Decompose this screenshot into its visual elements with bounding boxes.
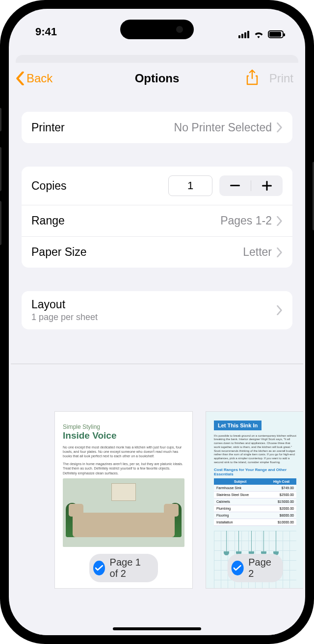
back-label: Back [26, 72, 52, 85]
layout-group: Layout 1 page per sheet [22, 291, 292, 329]
paper-size-value: Letter [243, 246, 272, 259]
page2-pill[interactable]: Page 2 [228, 554, 283, 582]
status-indicators [238, 30, 284, 38]
layout-subtitle: 1 page per sheet [31, 312, 98, 322]
plus-icon [262, 181, 272, 191]
range-row[interactable]: Range Pages 1-2 [22, 205, 292, 236]
doc2-cost-table: Subject High Cost Farmhouse Sink$749.00 … [214, 478, 296, 526]
volume-down [0, 201, 1, 245]
doc1-para2: The designs in home magazines aren't lie… [63, 462, 184, 475]
svg-rect-2 [262, 185, 272, 187]
doc1-title: Inside Voice [63, 430, 184, 441]
printer-label: Printer [31, 121, 65, 134]
cellular-icon [238, 30, 249, 38]
dynamic-island [120, 20, 194, 39]
chevron-right-icon [277, 216, 283, 226]
options-content: Printer No Printer Selected Copies 1 [11, 94, 303, 329]
preview-page-1[interactable]: Simple Styling Inside Voice No one excep… [55, 412, 192, 588]
tbl-h-cost: High Cost [266, 478, 296, 485]
page1-selected-check[interactable] [93, 561, 105, 575]
range-label: Range [31, 214, 65, 227]
copies-stepper [219, 175, 283, 196]
paper-size-label: Paper Size [31, 246, 87, 259]
chevron-right-icon [277, 123, 283, 132]
wifi-icon [253, 30, 264, 38]
table-row: Cabinets$15000.00 [214, 498, 296, 505]
back-button[interactable]: Back [16, 72, 52, 85]
copies-field[interactable]: 1 [168, 175, 212, 196]
checkmark-icon [234, 565, 241, 571]
volume-up [0, 147, 1, 191]
checkmark-icon [95, 565, 103, 571]
paper-size-row[interactable]: Paper Size Letter [22, 236, 292, 268]
print-options-sheet: Back Options Print P [11, 63, 303, 635]
copies-decrement[interactable] [219, 185, 251, 187]
page2-selected-check[interactable] [232, 561, 244, 575]
chevron-right-icon [277, 305, 283, 315]
doc1-hero-image [63, 478, 184, 547]
copies-label: Copies [31, 179, 67, 193]
doc1-para1: No one except the most dedicated monk ha… [63, 445, 184, 459]
nav-bar: Back Options Print [11, 63, 303, 94]
share-button[interactable] [246, 70, 259, 87]
table-row: Flooring$8000.00 [214, 512, 296, 519]
table-row: Farmhouse Sink$749.00 [214, 485, 296, 492]
layout-row[interactable]: Layout 1 page per sheet [22, 291, 292, 329]
volume-switch [0, 108, 1, 131]
table-row: Plumbing$2000.00 [214, 505, 296, 512]
home-indicator[interactable] [113, 627, 201, 630]
page1-pill[interactable]: Page 1 of 2 [89, 554, 158, 582]
chevron-right-icon [277, 248, 283, 257]
copies-row: Copies 1 [22, 167, 292, 205]
tbl-h-subject: Subject [214, 478, 266, 485]
range-value: Pages 1-2 [220, 214, 272, 227]
phone-frame: 9:41 Back Options [0, 0, 314, 644]
clock: 9:41 [35, 25, 57, 38]
table-row: Stainless Steel Stove$2500.00 [214, 491, 296, 498]
page1-pill-label: Page 1 of 2 [110, 557, 149, 579]
page-preview-strip[interactable]: Simple Styling Inside Voice No one excep… [11, 364, 303, 635]
battery-icon [268, 30, 284, 38]
printer-value: No Printer Selected [174, 121, 272, 134]
share-icon [246, 70, 259, 85]
doc1-subhead: Simple Styling [63, 423, 184, 430]
layout-label: Layout [31, 298, 98, 311]
sheet-backdrop [16, 55, 298, 63]
print-settings-group: Copies 1 [22, 167, 292, 268]
preview-page-2[interactable]: Let This Sink In It's possible to break … [206, 412, 303, 588]
printer-row[interactable]: Printer No Printer Selected [22, 112, 292, 143]
print-button[interactable]: Print [269, 72, 293, 85]
doc2-cost-heading: Cost Ranges for Your Range and Other Ess… [214, 468, 296, 476]
chevron-left-icon [16, 72, 25, 85]
page2-pill-label: Page 2 [248, 557, 274, 579]
svg-rect-0 [230, 185, 240, 186]
doc2-intro: It's possible to break ground on a conte… [214, 434, 296, 465]
printer-group: Printer No Printer Selected [22, 112, 292, 143]
minus-icon [230, 185, 240, 187]
table-row: Installation$10000.00 [214, 519, 296, 525]
doc2-chip: Let This Sink In [214, 421, 262, 430]
screen: 9:41 Back Options [9, 9, 305, 635]
copies-increment[interactable] [251, 181, 283, 191]
